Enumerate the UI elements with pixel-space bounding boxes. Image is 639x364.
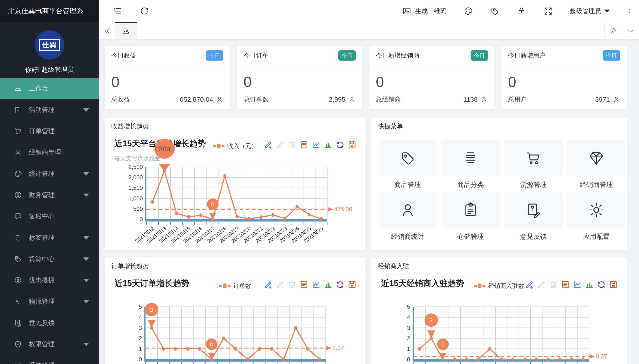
sidebar-item-user[interactable]: 经销商管理 [0,142,99,163]
svg-text:0.27: 0.27 [596,353,607,360]
quick-menu-item-diamond[interactable] [567,140,625,176]
flag-icon [14,106,22,114]
feedback-icon [525,201,542,218]
sidebar-item-book[interactable]: 标签管理 [0,227,99,248]
sidebar-item-gear[interactable]: 系统管理 [0,355,99,364]
today-badge: 今日 [206,50,223,60]
total-label: 总收益 [111,95,130,104]
user-menu-button[interactable]: 超级管理员 [570,7,610,15]
sidebar-item-cart[interactable]: 订单管理 [0,120,99,142]
total-label: 总订单数 [243,95,268,104]
svg-text:500: 500 [133,206,143,212]
sidebar-item-label: 标签管理 [29,233,55,242]
quick-menu-label: 意见反馈 [504,232,563,241]
sidebar-item-label: 优惠提拥 [29,276,55,285]
panel-quick-menu: 快捷菜单 商品管理商品分类货源管理经销商管理经销商统计仓储管理意见反馈应用配置 [371,118,627,250]
quick-menu-item-list[interactable] [442,140,500,176]
cart-icon [525,149,542,167]
quick-menu-item-clipboard[interactable] [442,192,500,228]
tag-icon [399,149,416,167]
tabs-dropdown-icon[interactable] [622,22,639,39]
user-name: 超级管理员 [570,7,601,15]
panel-order-trend: 订单增长趋势 近15天订单增长趋势 订单数 012345202108122021… [105,258,366,364]
order-line-chart[interactable]: 0123452021081220210813202108142021081520… [105,275,366,364]
svg-text:2: 2 [139,335,142,342]
sidebar-item-gauge[interactable]: 工作台 [0,78,99,99]
svg-text:0: 0 [139,356,142,363]
sidebar-item-label: 系统管理 [29,361,55,364]
dashboard-tab-icon [122,27,130,36]
svg-text:0: 0 [407,356,410,363]
person-icon [348,96,356,103]
stat-card-footer: 总收益652,870.04 [111,95,223,104]
tabbar-spacer [137,22,604,39]
quick-menu-item-user[interactable] [379,192,437,228]
quick-menu-label: 商品管理 [379,180,437,189]
pulse-icon [14,298,22,306]
tag-icon[interactable] [490,6,500,16]
sidebar-item-palette[interactable]: 统计管理 [0,163,99,184]
panel-title: 收益增长趋势 [105,118,366,135]
stat-card-title: 今日新增经销商 [376,51,420,60]
quick-menu-label: 仓储管理 [442,232,500,241]
quick-menu-item-gear[interactable] [567,192,625,228]
stat-card: 今日新增经销商今日0总经销商1138 [369,46,495,110]
svg-text:0: 0 [140,216,143,222]
total-value: 3971 [595,96,610,103]
svg-text:5: 5 [139,304,142,310]
sidebar-item-chat[interactable]: 客服中心 [0,206,99,227]
sidebar-item-label: 统计管理 [29,169,55,178]
sidebar-item-tag[interactable]: 货源中心 [0,248,99,270]
sidebar-collapse-icon[interactable] [112,6,122,16]
user-icon [399,201,416,218]
greeting-text: 你好! 超级管理员 [0,65,99,74]
quick-menu-item-feedback[interactable] [504,192,563,228]
sidebar-item-feedback[interactable]: 意见反馈 [0,312,99,334]
sidebar-item-flag[interactable]: 活动管理 [0,99,99,120]
svg-text:0: 0 [211,201,214,208]
svg-text:1: 1 [407,346,410,352]
list-icon [462,149,479,167]
total-value: 1138 [463,96,478,103]
sidebar-item-label: 权限管理 [29,340,55,349]
theme-palette-icon[interactable] [463,6,473,16]
sidebar-item-yen[interactable]: 优惠提拥 [0,270,99,291]
more-menu-icon[interactable] [626,6,632,16]
sidebar-item-shield[interactable]: 权限管理 [0,334,99,355]
today-badge: 今日 [471,50,488,60]
main-content: 今日收益今日0总收益652,870.04今日订单今日0总订单数2,995今日新增… [99,40,639,364]
quick-menu-label: 货源管理 [504,180,563,189]
person-icon [216,96,223,103]
quick-menu-item-tag[interactable] [379,140,437,176]
sidebar-item-label: 意见反馈 [29,318,55,328]
dealer-line-chart[interactable]: 0123452021081220210813202108142021081520… [371,275,627,364]
refresh-icon[interactable] [139,6,149,16]
svg-text:3: 3 [407,324,410,331]
fullscreen-icon[interactable] [543,6,553,16]
stat-card-value: 0 [237,65,362,90]
svg-text:2,500: 2,500 [128,164,143,170]
svg-text:475.36: 475.36 [334,206,352,213]
quick-menu-item-cart[interactable] [504,140,563,176]
qrcode-label: 生成二维码 [415,7,446,15]
qrcode-image-icon [402,6,412,16]
sidebar-item-pulse[interactable]: 物流管理 [0,291,99,312]
stat-card-header: 今日新增用户今日 [501,46,627,65]
generate-qrcode-button[interactable]: 生成二维码 [402,6,446,16]
sidebar-item-label: 经销商管理 [29,148,61,157]
quick-menu-label: 经销商管理 [567,180,625,189]
gauge-icon [14,84,22,93]
revenue-line-chart[interactable]: 05001,0001,5002,0002,5002021081220210813… [105,135,366,250]
tabs-scroll-left-icon[interactable] [99,22,115,39]
tab-dashboard[interactable] [115,22,137,39]
total-label: 总经销商 [376,95,401,104]
tabs-scroll-right-icon[interactable] [604,22,622,39]
lock-icon[interactable] [517,6,526,16]
svg-text:1,500: 1,500 [128,184,143,191]
diamond-icon [588,149,605,167]
sidebar-item-dollar[interactable]: 财务管理 [0,184,99,206]
person-icon [480,96,488,103]
caret-down-icon [83,172,89,176]
avatar: 佳巽 [35,30,64,60]
sidebar-item-label: 工作台 [29,84,48,93]
